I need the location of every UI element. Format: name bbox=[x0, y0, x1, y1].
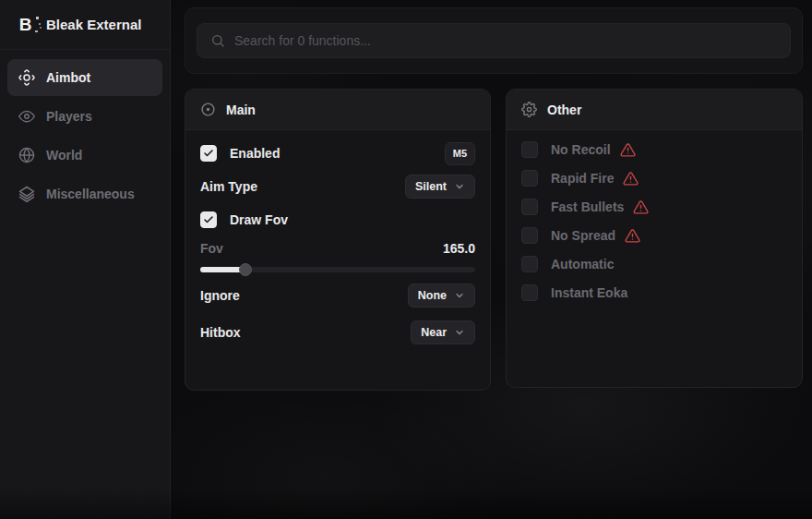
sidebar-item-label: Players bbox=[46, 109, 92, 124]
enabled-row: Enabled M5 bbox=[200, 141, 475, 165]
crosshair-icon bbox=[18, 69, 35, 86]
checkbox[interactable] bbox=[521, 227, 538, 244]
layers-icon bbox=[18, 186, 35, 202]
other-panel-title: Other bbox=[547, 103, 581, 117]
keybind-button[interactable]: M5 bbox=[445, 142, 475, 165]
chevron-down-icon bbox=[454, 181, 465, 192]
eye-icon bbox=[18, 108, 35, 125]
ignore-value: None bbox=[418, 289, 447, 302]
app-title: Bleak External bbox=[46, 17, 141, 32]
checkbox[interactable] bbox=[521, 141, 538, 158]
other-item-automatic[interactable]: Automatic bbox=[521, 254, 787, 274]
hitbox-row: Hitbox Near bbox=[200, 320, 475, 344]
brand-header: B Bleak External bbox=[0, 0, 170, 50]
main-panel-header: Main bbox=[185, 90, 490, 130]
sidebar-item-label: World bbox=[46, 148, 82, 163]
ignore-dropdown[interactable]: None bbox=[408, 284, 475, 308]
sidebar-item-world[interactable]: World bbox=[7, 137, 162, 174]
search-card bbox=[185, 7, 803, 74]
globe-icon bbox=[18, 147, 35, 163]
draw-fov-checkbox[interactable] bbox=[200, 211, 217, 228]
sidebar-item-aimbot[interactable]: Aimbot bbox=[7, 59, 162, 96]
target-icon bbox=[200, 102, 216, 117]
warning-icon bbox=[623, 171, 639, 187]
draw-fov-label: Draw Fov bbox=[230, 212, 288, 227]
other-item-label: Automatic bbox=[551, 257, 614, 272]
other-item-label: Instant Eoka bbox=[551, 285, 627, 300]
sidebar-item-label: Miscellaneous bbox=[46, 187, 135, 201]
hitbox-dropdown[interactable]: Near bbox=[411, 320, 475, 344]
other-panel: Other No RecoilRapid FireFast BulletsNo … bbox=[506, 89, 803, 388]
other-item-label: No Spread bbox=[551, 228, 615, 243]
other-item-label: No Recoil bbox=[551, 142, 611, 157]
warning-icon bbox=[633, 199, 649, 215]
checkbox[interactable] bbox=[521, 199, 538, 215]
main-panel: Main Enabled M5 Aim Type Silent bbox=[185, 89, 491, 391]
other-item-rapid-fire[interactable]: Rapid Fire bbox=[521, 168, 787, 188]
glitch-b-logo: B bbox=[15, 15, 35, 35]
enabled-checkbox[interactable] bbox=[200, 145, 217, 162]
other-item-no-recoil[interactable]: No Recoil bbox=[521, 139, 787, 160]
sidebar-item-players[interactable]: Players bbox=[7, 98, 162, 135]
other-item-fast-bullets[interactable]: Fast Bullets bbox=[521, 197, 787, 217]
hitbox-label: Hitbox bbox=[200, 325, 241, 340]
gear-icon bbox=[521, 102, 537, 117]
main-panel-title: Main bbox=[226, 103, 256, 117]
checkbox[interactable] bbox=[521, 256, 538, 272]
chevron-down-icon bbox=[454, 327, 465, 338]
other-item-instant-eoka[interactable]: Instant Eoka bbox=[521, 283, 787, 303]
checkbox[interactable] bbox=[521, 284, 538, 301]
fov-slider-row bbox=[200, 263, 475, 276]
fov-value: 165.0 bbox=[443, 241, 475, 256]
fov-label-row: Fov 165.0 bbox=[200, 239, 475, 258]
aim-type-row: Aim Type Silent bbox=[200, 175, 475, 199]
sidebar-item-miscellaneous[interactable]: Miscellaneous bbox=[7, 175, 162, 212]
sidebar-item-label: Aimbot bbox=[46, 70, 90, 85]
other-items-list: No RecoilRapid FireFast BulletsNo Spread… bbox=[507, 139, 802, 303]
hitbox-value: Near bbox=[421, 326, 447, 339]
other-item-label: Rapid Fire bbox=[551, 171, 614, 186]
checkbox[interactable] bbox=[521, 170, 538, 187]
other-item-no-spread[interactable]: No Spread bbox=[521, 225, 787, 246]
enabled-label: Enabled bbox=[230, 146, 280, 161]
chevron-down-icon bbox=[454, 290, 465, 301]
ignore-row: Ignore None bbox=[200, 284, 475, 308]
sidebar-nav: AimbotPlayersWorldMiscellaneous bbox=[0, 50, 170, 223]
sidebar: B Bleak External AimbotPlayersWorldMisce… bbox=[0, 0, 171, 519]
aim-type-dropdown[interactable]: Silent bbox=[405, 175, 475, 199]
fov-slider-track[interactable] bbox=[200, 267, 475, 272]
fov-label: Fov bbox=[200, 241, 223, 256]
draw-fov-row: Draw Fov bbox=[200, 208, 475, 232]
fov-slider-thumb[interactable] bbox=[239, 263, 252, 276]
other-panel-header: Other bbox=[507, 90, 802, 130]
warning-icon bbox=[620, 142, 636, 158]
search-icon bbox=[210, 33, 225, 48]
search-input[interactable] bbox=[234, 33, 777, 48]
content-area: Main Enabled M5 Aim Type Silent bbox=[171, 0, 812, 519]
aim-type-label: Aim Type bbox=[200, 179, 257, 194]
warning-icon bbox=[625, 228, 640, 244]
search-box[interactable] bbox=[197, 23, 791, 58]
aim-type-value: Silent bbox=[415, 180, 447, 193]
other-item-label: Fast Bullets bbox=[551, 199, 624, 214]
ignore-label: Ignore bbox=[200, 288, 240, 303]
